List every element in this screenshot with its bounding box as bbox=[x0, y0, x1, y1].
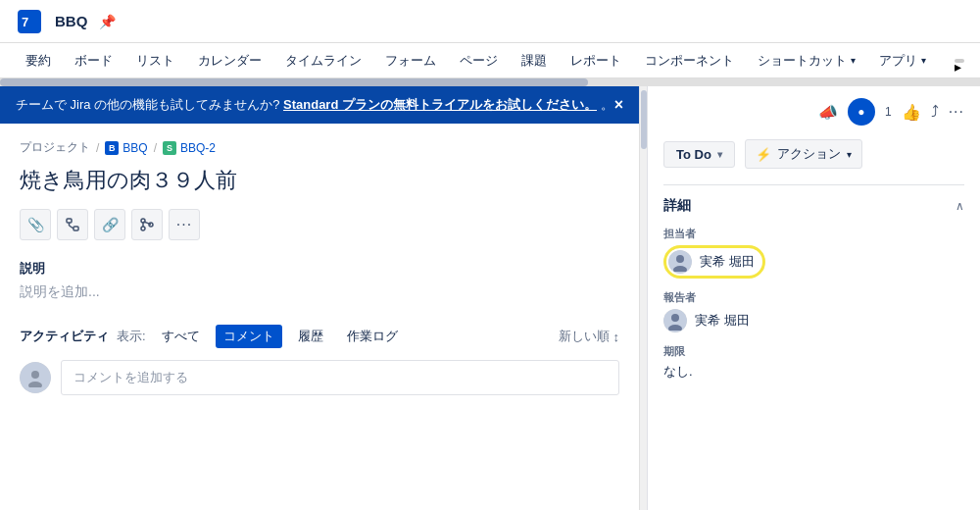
nav-item-summary[interactable]: 要約 bbox=[16, 46, 61, 76]
activity-filters: アクティビティ 表示: すべて コメント 履歴 作業ログ bbox=[20, 325, 406, 348]
banner: チームで Jira の他の機能も試してみませんか? Standard プランの無… bbox=[0, 86, 639, 124]
show-label: 表示: bbox=[117, 328, 146, 345]
watch-eye-icon: ● bbox=[858, 105, 864, 119]
nav-item-report[interactable]: レポート bbox=[561, 46, 631, 76]
reporter-row: 報告者 実希 堀田 bbox=[663, 290, 964, 332]
avatar-face-icon bbox=[20, 362, 51, 393]
details-section: 詳細 ∧ 担当者 bbox=[663, 184, 964, 381]
reporter-avatar bbox=[663, 309, 687, 332]
megaphone-icon: 📣 bbox=[818, 103, 838, 122]
nav-more-icon[interactable]: ▸ bbox=[955, 59, 964, 63]
svg-text:7: 7 bbox=[22, 15, 28, 29]
project-title: BBQ bbox=[55, 13, 87, 29]
top-bar: 7 BBQ 📌 bbox=[0, 0, 980, 43]
nav-item-form[interactable]: フォーム bbox=[375, 46, 446, 76]
svg-rect-3 bbox=[74, 227, 78, 230]
filter-comment-button[interactable]: コメント bbox=[216, 325, 282, 348]
nav-item-calendar[interactable]: カレンダー bbox=[188, 46, 271, 76]
nav-bar: 要約 ボード リスト カレンダー タイムライン フォーム ページ 課題 レポート… bbox=[0, 43, 980, 78]
breadcrumb-project-label: プロジェクト bbox=[20, 139, 90, 156]
more-options-button[interactable]: ··· bbox=[949, 103, 964, 121]
bbq-icon: B bbox=[105, 141, 119, 155]
nav-item-issue[interactable]: 課題 bbox=[512, 46, 557, 76]
svg-point-10 bbox=[31, 371, 39, 379]
status-button[interactable]: To Do ▾ bbox=[663, 141, 735, 168]
nav-item-timeline[interactable]: タイムライン bbox=[275, 46, 371, 76]
nav-item-list[interactable]: リスト bbox=[126, 46, 184, 76]
issue-type-icon: S bbox=[163, 141, 176, 155]
right-panel-actions: 📣 ● 1 👍 ⤴ ··· bbox=[663, 98, 964, 126]
activity-section: アクティビティ 表示: すべて コメント 履歴 作業ログ 新しい順 ↕ bbox=[20, 325, 619, 395]
child-issue-button[interactable] bbox=[57, 209, 88, 240]
assignee-name: 実希 堀田 bbox=[700, 253, 755, 271]
nav-item-shortcut[interactable]: ショートカット ▾ bbox=[748, 46, 865, 76]
status-label: To Do bbox=[676, 147, 711, 162]
banner-text: チームで Jira の他の機能も試してみませんか? Standard プランの無… bbox=[16, 96, 613, 114]
watch-count: 1 bbox=[885, 105, 892, 119]
reporter-value: 実希 堀田 bbox=[663, 309, 964, 332]
content-area: チームで Jira の他の機能も試してみませんか? Standard プランの無… bbox=[0, 86, 639, 510]
like-button[interactable]: 👍 bbox=[902, 103, 921, 122]
nav-item-board[interactable]: ボード bbox=[65, 46, 122, 76]
horizontal-scrollbar[interactable] bbox=[0, 78, 980, 86]
deadline-value: なし. bbox=[663, 363, 964, 381]
activity-header: アクティビティ 表示: すべて コメント 履歴 作業ログ 新しい順 ↕ bbox=[20, 325, 619, 348]
status-action-row: To Do ▾ ⚡ アクション ▾ bbox=[663, 139, 964, 169]
deadline-label: 期限 bbox=[663, 344, 964, 359]
assignee-row: 担当者 実希 堀田 bbox=[663, 227, 964, 279]
app-arrow-icon: ▾ bbox=[921, 55, 926, 66]
svg-point-15 bbox=[668, 325, 682, 331]
svg-point-12 bbox=[676, 255, 684, 263]
filter-all-button[interactable]: すべて bbox=[154, 325, 208, 348]
sort-button[interactable]: 新しい順 ↕ bbox=[559, 328, 620, 345]
assignee-avatar bbox=[668, 250, 692, 274]
svg-point-13 bbox=[673, 266, 687, 272]
action-button[interactable]: ⚡ アクション ▾ bbox=[745, 139, 862, 169]
assignee-avatar-face bbox=[668, 250, 692, 274]
pin-icon[interactable]: 📌 bbox=[99, 14, 116, 29]
svg-point-14 bbox=[671, 314, 679, 322]
current-user-avatar bbox=[20, 362, 51, 393]
assignee-label: 担当者 bbox=[663, 227, 964, 241]
filter-history-button[interactable]: 履歴 bbox=[290, 325, 331, 348]
issue-title: 焼き鳥用の肉３９人前 bbox=[20, 166, 619, 195]
description-field[interactable]: 説明を追加... bbox=[20, 283, 619, 301]
filter-worklog-button[interactable]: 作業ログ bbox=[339, 325, 406, 348]
more-button[interactable]: ··· bbox=[169, 209, 200, 240]
app-logo: 7 bbox=[16, 8, 43, 35]
share-button[interactable]: ⤴ bbox=[931, 103, 939, 121]
description-label: 説明 bbox=[20, 260, 619, 278]
action-toolbar: 📎 🔗 bbox=[20, 209, 619, 240]
nav-item-component[interactable]: コンポーネント bbox=[635, 46, 744, 76]
branch-button[interactable] bbox=[131, 209, 163, 240]
details-toggle-button[interactable]: ∧ bbox=[956, 199, 964, 213]
assignee-value: 実希 堀田 bbox=[663, 245, 964, 279]
breadcrumb-issue-link[interactable]: S BBQ-2 bbox=[163, 141, 216, 155]
deadline-text: なし. bbox=[663, 363, 693, 381]
reporter-label: 報告者 bbox=[663, 290, 964, 305]
scroll-handle bbox=[641, 90, 647, 149]
nav-item-app[interactable]: アプリ ▾ bbox=[869, 46, 936, 76]
comment-input[interactable]: コメントを追加する bbox=[61, 360, 619, 395]
breadcrumb-bbq-link[interactable]: B BBQ bbox=[105, 141, 147, 155]
assignee-highlight: 実希 堀田 bbox=[663, 245, 765, 279]
banner-close-button[interactable]: × bbox=[614, 96, 623, 114]
description-section: 説明 説明を追加... bbox=[20, 260, 619, 301]
link-button[interactable]: 🔗 bbox=[94, 209, 125, 240]
nav-item-page[interactable]: ページ bbox=[450, 46, 508, 76]
lightning-icon: ⚡ bbox=[756, 147, 771, 162]
svg-point-7 bbox=[141, 227, 145, 230]
banner-link[interactable]: Standard プランの無料トライアルをお試しください。 bbox=[283, 97, 597, 112]
right-panel: 📣 ● 1 👍 ⤴ ··· To Do ▾ ⚡ アクション ▾ 詳細 bbox=[647, 86, 980, 510]
details-header: 詳細 ∧ bbox=[663, 197, 964, 215]
status-arrow-icon: ▾ bbox=[717, 149, 722, 160]
breadcrumb-sep2: / bbox=[154, 141, 157, 155]
vertical-scrollbar[interactable] bbox=[639, 86, 647, 510]
issue-content: プロジェクト / B BBQ / S BBQ-2 焼き鳥用の肉３９人前 📎 bbox=[0, 124, 639, 411]
reporter-avatar-face bbox=[663, 309, 687, 332]
main-wrapper: チームで Jira の他の機能も試してみませんか? Standard プランの無… bbox=[0, 86, 980, 510]
reporter-name: 実希 堀田 bbox=[695, 312, 750, 330]
attach-button[interactable]: 📎 bbox=[20, 209, 51, 240]
breadcrumb: プロジェクト / B BBQ / S BBQ-2 bbox=[20, 139, 619, 156]
breadcrumb-sep1: / bbox=[96, 141, 99, 155]
